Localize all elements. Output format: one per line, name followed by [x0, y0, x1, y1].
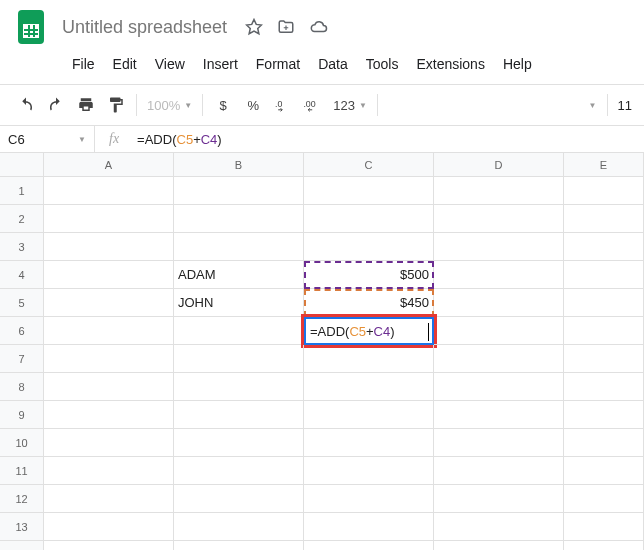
formula-input[interactable]: =ADD(C5+C4)	[133, 132, 644, 147]
cell[interactable]	[564, 261, 644, 289]
percent-button[interactable]: %	[239, 91, 267, 119]
cell[interactable]	[44, 261, 174, 289]
cell[interactable]	[434, 205, 564, 233]
sheets-logo[interactable]	[12, 8, 50, 46]
cell[interactable]	[44, 457, 174, 485]
spreadsheet-grid[interactable]: A B C D E 1 2 3 4 ADAM $500 5 JOHN $450 …	[0, 153, 644, 550]
cell[interactable]	[434, 401, 564, 429]
cell[interactable]	[44, 317, 174, 345]
print-button[interactable]	[72, 91, 100, 119]
row-header[interactable]: 7	[0, 345, 44, 373]
cell[interactable]	[434, 513, 564, 541]
menu-insert[interactable]: Insert	[195, 52, 246, 76]
font-size-value[interactable]: 11	[618, 98, 632, 113]
menu-view[interactable]: View	[147, 52, 193, 76]
row-header[interactable]: 4	[0, 261, 44, 289]
row-header[interactable]: 14	[0, 541, 44, 550]
row-header[interactable]: 8	[0, 373, 44, 401]
cell[interactable]	[174, 345, 304, 373]
zoom-dropdown[interactable]: 100% ▼	[143, 98, 196, 113]
menu-tools[interactable]: Tools	[358, 52, 407, 76]
cell[interactable]	[564, 485, 644, 513]
cell[interactable]	[434, 317, 564, 345]
document-title[interactable]: Untitled spreadsheet	[62, 17, 227, 38]
cell[interactable]	[564, 401, 644, 429]
row-header[interactable]: 1	[0, 177, 44, 205]
cell[interactable]	[44, 205, 174, 233]
select-all-corner[interactable]	[0, 153, 44, 177]
cell[interactable]	[564, 233, 644, 261]
cell[interactable]	[174, 429, 304, 457]
cell[interactable]	[434, 233, 564, 261]
paint-format-button[interactable]	[102, 91, 130, 119]
menu-extensions[interactable]: Extensions	[408, 52, 492, 76]
cell[interactable]	[304, 541, 434, 550]
cell[interactable]	[434, 457, 564, 485]
cell[interactable]	[174, 401, 304, 429]
cell[interactable]	[564, 317, 644, 345]
cell[interactable]	[564, 457, 644, 485]
cell[interactable]	[564, 373, 644, 401]
cell-b5[interactable]: JOHN	[174, 289, 304, 317]
cell[interactable]	[564, 345, 644, 373]
decrease-decimal-button[interactable]: .0	[269, 91, 297, 119]
cell[interactable]	[174, 317, 304, 345]
cell[interactable]	[174, 513, 304, 541]
cell[interactable]	[434, 373, 564, 401]
menu-edit[interactable]: Edit	[105, 52, 145, 76]
currency-button[interactable]: $	[209, 91, 237, 119]
menu-file[interactable]: File	[64, 52, 103, 76]
cell[interactable]	[44, 177, 174, 205]
cell[interactable]	[44, 485, 174, 513]
cell[interactable]	[44, 289, 174, 317]
cell[interactable]	[304, 205, 434, 233]
cell[interactable]	[434, 429, 564, 457]
row-header[interactable]: 2	[0, 205, 44, 233]
row-header[interactable]: 12	[0, 485, 44, 513]
row-header[interactable]: 3	[0, 233, 44, 261]
increase-decimal-button[interactable]: .00	[299, 91, 327, 119]
cell[interactable]	[44, 233, 174, 261]
star-icon[interactable]	[245, 18, 263, 36]
cell[interactable]	[44, 429, 174, 457]
cell[interactable]	[304, 485, 434, 513]
row-header[interactable]: 13	[0, 513, 44, 541]
cell[interactable]	[174, 205, 304, 233]
cell[interactable]	[174, 457, 304, 485]
cell[interactable]	[304, 457, 434, 485]
name-box[interactable]: C6 ▼	[0, 126, 95, 152]
undo-button[interactable]	[12, 91, 40, 119]
cell[interactable]	[304, 429, 434, 457]
cell[interactable]	[434, 261, 564, 289]
cell-c5[interactable]: $450	[304, 289, 434, 317]
row-header[interactable]: 10	[0, 429, 44, 457]
row-header[interactable]: 11	[0, 457, 44, 485]
cell[interactable]	[174, 541, 304, 550]
move-icon[interactable]	[277, 18, 295, 36]
row-header[interactable]: 6	[0, 317, 44, 345]
col-header-e[interactable]: E	[564, 153, 644, 177]
cell[interactable]	[174, 373, 304, 401]
cell[interactable]	[434, 177, 564, 205]
row-header[interactable]: 9	[0, 401, 44, 429]
col-header-d[interactable]: D	[434, 153, 564, 177]
cell[interactable]	[44, 373, 174, 401]
cell-c6-active[interactable]: =ADD(C5+C4)	[304, 317, 434, 345]
col-header-b[interactable]: B	[174, 153, 304, 177]
cell[interactable]	[174, 485, 304, 513]
cloud-icon[interactable]	[309, 18, 329, 36]
cell[interactable]	[174, 177, 304, 205]
cell[interactable]	[564, 289, 644, 317]
cell-c4[interactable]: $500	[304, 261, 434, 289]
cell[interactable]	[304, 177, 434, 205]
col-header-a[interactable]: A	[44, 153, 174, 177]
cell[interactable]	[434, 485, 564, 513]
cell[interactable]	[44, 401, 174, 429]
menu-format[interactable]: Format	[248, 52, 308, 76]
cell[interactable]	[304, 401, 434, 429]
cell[interactable]	[564, 177, 644, 205]
cell[interactable]	[564, 541, 644, 550]
cell[interactable]	[564, 513, 644, 541]
col-header-c[interactable]: C	[304, 153, 434, 177]
cell[interactable]	[174, 233, 304, 261]
